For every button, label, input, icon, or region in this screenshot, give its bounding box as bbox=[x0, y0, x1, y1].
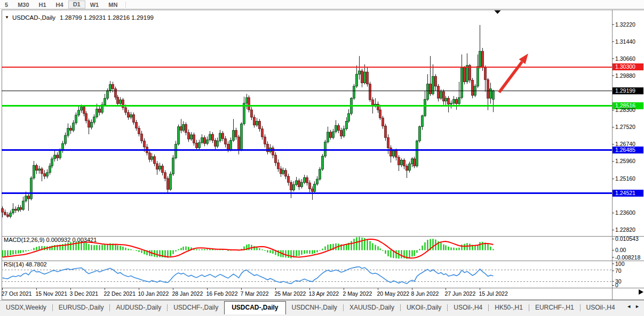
chart-ohlc-values: 1.28799 1.29231 1.28216 1.29199 bbox=[60, 14, 154, 21]
svg-text:1.24521: 1.24521 bbox=[615, 190, 635, 196]
macd-pane: 0.0105430.00-0.008218MACD(12,26,9) 0.000… bbox=[3, 236, 641, 261]
svg-text:28 Jan 2022: 28 Jan 2022 bbox=[172, 290, 203, 297]
chart-shift-marker-icon[interactable] bbox=[495, 11, 501, 14]
svg-text:0.010543: 0.010543 bbox=[615, 236, 639, 242]
svg-text:1.30660: 1.30660 bbox=[615, 55, 635, 62]
timeframe-button-m30[interactable]: M30 bbox=[13, 1, 34, 9]
toolbar-separator bbox=[125, 2, 126, 8]
chart-canvas[interactable]: 1.303001.291991.285161.264851.245211.322… bbox=[0, 10, 644, 301]
tab-ukoil-daily[interactable]: UKOil-,Daily bbox=[401, 301, 447, 311]
hline-support-line-green[interactable]: 1.28516 bbox=[2, 102, 643, 109]
symbol-dropdown-icon[interactable]: ▼ bbox=[5, 15, 9, 20]
svg-text:15 Nov 2021: 15 Nov 2021 bbox=[36, 290, 68, 297]
tab-usdchf-daily[interactable]: USDCHF-,Daily bbox=[168, 301, 224, 311]
svg-text:7 Mar 2022: 7 Mar 2022 bbox=[241, 290, 269, 297]
svg-text:10 Jan 2022: 10 Jan 2022 bbox=[138, 290, 169, 297]
timeframe-button-5[interactable]: 5 bbox=[0, 1, 13, 9]
timeframe-toolbar: 5M30H1H4D1W1MN bbox=[0, 0, 644, 9]
svg-text:16 Feb 2022: 16 Feb 2022 bbox=[206, 290, 238, 297]
svg-text:1.29880: 1.29880 bbox=[615, 72, 635, 79]
macd-indicator-label: MACD(12,26,9) 0.000932 0.003421 bbox=[4, 237, 97, 243]
svg-text:100: 100 bbox=[615, 261, 625, 267]
tab-usoil-h4[interactable]: USOil-,H4 bbox=[581, 301, 621, 311]
tab-scroll-controls: ◄► bbox=[624, 301, 644, 309]
svg-text:1.22820: 1.22820 bbox=[615, 226, 635, 233]
svg-text:1.29199: 1.29199 bbox=[615, 87, 635, 94]
svg-text:1.28300: 1.28300 bbox=[615, 107, 635, 113]
svg-text:0.00: 0.00 bbox=[615, 247, 626, 253]
rsi-indicator-label: RSI(14) 48.7802 bbox=[4, 261, 47, 268]
tab-usdcad-daily[interactable]: USDCAD-,Daily bbox=[224, 301, 285, 314]
hline-current-price-line[interactable]: 1.29199 bbox=[2, 87, 643, 94]
timeframe-button-h1[interactable]: H1 bbox=[34, 1, 51, 9]
trend-arrow-annotation[interactable] bbox=[499, 54, 528, 93]
scroll-left-button[interactable]: ◄ bbox=[626, 304, 631, 309]
svg-text:8 Jun 2022: 8 Jun 2022 bbox=[411, 290, 439, 297]
svg-text:1.27520: 1.27520 bbox=[615, 124, 635, 130]
svg-text:1.31440: 1.31440 bbox=[615, 38, 635, 45]
svg-text:2 May 2022: 2 May 2022 bbox=[343, 290, 372, 297]
svg-text:1.26740: 1.26740 bbox=[615, 141, 635, 147]
chart-tabs-bar: USDX,WeeklyEURUSD-,DailyAUDUSD-,DailyUSD… bbox=[0, 300, 644, 316]
timeframe-button-mn[interactable]: MN bbox=[104, 1, 122, 9]
date-axis[interactable]: 27 Oct 202115 Nov 20213 Dec 202122 Dec 2… bbox=[2, 288, 644, 297]
tab-usdx-weekly[interactable]: USDX,Weekly bbox=[0, 301, 52, 311]
svg-text:0: 0 bbox=[615, 282, 618, 288]
rsi-pane: 10070300RSI(14) 48.7802 bbox=[2, 261, 625, 289]
candles-layer bbox=[2, 25, 495, 218]
svg-text:15 Jul 2022: 15 Jul 2022 bbox=[479, 290, 508, 297]
chart-title: ▼ USDCAD-,Daily 1.28799 1.29231 1.28216 … bbox=[5, 14, 154, 21]
svg-text:20 May 2022: 20 May 2022 bbox=[377, 290, 410, 297]
svg-text:1.25960: 1.25960 bbox=[615, 158, 635, 164]
trading-terminal-window: 5M30H1H4D1W1MN ▼ USDCAD-,Daily 1.28799 1… bbox=[0, 0, 644, 316]
tab-eurusd-daily[interactable]: EURUSD-,Daily bbox=[53, 301, 110, 311]
tab-audusd-daily[interactable]: AUDUSD-,Daily bbox=[110, 301, 167, 311]
axis-end-arrow-icon[interactable] bbox=[639, 289, 643, 295]
hline-support-line-blue-2[interactable]: 1.24521 bbox=[2, 190, 643, 197]
svg-text:1.30300: 1.30300 bbox=[615, 63, 635, 70]
tab-xauusd-daily[interactable]: XAUUSD-,Daily bbox=[344, 301, 400, 311]
timeframe-button-w1[interactable]: W1 bbox=[85, 1, 104, 9]
timeframe-button-d1[interactable]: D1 bbox=[68, 1, 85, 9]
price-axis[interactable]: 1.322201.314401.306601.298801.283001.275… bbox=[612, 21, 635, 233]
svg-text:1.32220: 1.32220 bbox=[615, 21, 635, 28]
svg-text:1.26485: 1.26485 bbox=[615, 147, 635, 153]
svg-text:70: 70 bbox=[615, 268, 622, 274]
tab-usdcnh-daily[interactable]: USDCNH-,Daily bbox=[286, 301, 343, 311]
tab-usoil-h4[interactable]: USOil-,H4 bbox=[448, 301, 488, 311]
tab-eurchf-h1[interactable]: EURCHF-,H1 bbox=[529, 301, 580, 311]
hline-support-line-blue-1[interactable]: 1.26485 bbox=[2, 147, 643, 153]
svg-text:1.23600: 1.23600 bbox=[615, 209, 635, 216]
svg-text:27 Jun 2022: 27 Jun 2022 bbox=[445, 290, 476, 297]
svg-text:25 Mar 2022: 25 Mar 2022 bbox=[275, 290, 306, 297]
hline-resistance-line[interactable]: 1.30300 bbox=[2, 63, 643, 70]
svg-text:22 Dec 2021: 22 Dec 2021 bbox=[104, 290, 136, 297]
chart-symbol-label: USDCAD-,Daily bbox=[12, 14, 55, 21]
svg-text:3 Dec 2021: 3 Dec 2021 bbox=[70, 290, 99, 297]
svg-text:13 Apr 2022: 13 Apr 2022 bbox=[309, 290, 339, 297]
svg-text:27 Oct 2021: 27 Oct 2021 bbox=[2, 290, 32, 297]
svg-text:-0.008218: -0.008218 bbox=[615, 254, 640, 261]
tab-hk50-h1[interactable]: HK50-,H1 bbox=[489, 301, 529, 311]
scroll-right-button[interactable]: ► bbox=[635, 304, 640, 309]
timeframe-button-h4[interactable]: H4 bbox=[51, 1, 68, 9]
svg-text:1.25160: 1.25160 bbox=[615, 175, 635, 182]
